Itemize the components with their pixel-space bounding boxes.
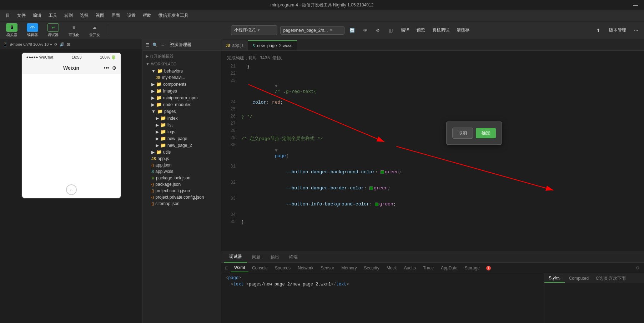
tree-folder-new-page[interactable]: ▶ 📁 new_page (143, 135, 221, 142)
debug-settings-icon[interactable]: ⚙ (633, 264, 643, 272)
clear-cache-button[interactable]: 清缓存 (454, 26, 472, 34)
audio-icon[interactable]: 🔊 (60, 42, 65, 47)
tree-folder-behaviors[interactable]: ▼ 📁 behaviors (143, 68, 221, 74)
tree-file-project-config[interactable]: {} project.config.json (143, 188, 221, 194)
mock-tab[interactable]: Mock (383, 264, 401, 272)
sources-tab[interactable]: Sources (271, 264, 294, 272)
tree-file-appjson[interactable]: {} app.json (143, 162, 221, 168)
appdata-tab[interactable]: AppData (437, 264, 461, 272)
folder-icon: 📁 (160, 122, 166, 128)
phone-home-button[interactable]: ⌂ (66, 184, 77, 195)
menu-item-home[interactable]: 目 (3, 12, 13, 19)
menu-item-select[interactable]: 选择 (77, 12, 91, 19)
trace-tab[interactable]: Trace (419, 264, 437, 272)
real-device-button[interactable]: 真机调试 (430, 26, 452, 34)
tree-file-package-lock[interactable]: ⊛ package-lock.json (143, 175, 221, 181)
tab-appjs[interactable]: JS app.js (221, 40, 248, 50)
debugger-button[interactable]: ⇄ 调试器 (44, 22, 62, 39)
tree-folder-miniprogram-npm[interactable]: ▶ 📁 miniprogram_npm (143, 94, 221, 101)
console-tab[interactable]: Console (248, 264, 271, 272)
rotate-icon[interactable]: ⟳ (54, 42, 57, 47)
code-text (241, 212, 244, 218)
tree-folder-utils[interactable]: ▶ 📁 utils (143, 149, 221, 155)
fold-icon-23[interactable]: ▼ (275, 84, 278, 89)
tab-new-page-2-wxss[interactable]: S new_page_2.wxss (248, 40, 297, 50)
compile-button[interactable]: 编译 (399, 26, 412, 34)
fold-icon-30[interactable]: ▼ (275, 148, 278, 153)
visual-button[interactable]: ⊞ 可视化 (65, 22, 83, 39)
open-editors-section[interactable]: ▶ 打开的编辑器 (143, 52, 221, 60)
more-options-icon[interactable]: ··· (161, 43, 164, 48)
pkg-file-icon: ⊛ (151, 176, 155, 180)
extra-tab[interactable]: C选项 喜欢下雨 (593, 274, 629, 283)
sensor-tab[interactable]: Sensor (317, 264, 338, 272)
tree-folder-node-modules[interactable]: ▶ 📁 node_modules (143, 101, 221, 108)
search-icon[interactable]: 🔍 (152, 43, 158, 48)
tree-folder-components[interactable]: ▶ 📁 components (143, 81, 221, 88)
tree-folder-index[interactable]: ▶ 📁 index (143, 115, 221, 121)
audits-tab[interactable]: Audits (400, 264, 419, 272)
path-dropdown[interactable]: pages/new_page_2/n... ▼ (280, 26, 344, 35)
phone-page-title: Weixin (63, 65, 79, 71)
simulator-button[interactable]: 📱 模拟器 (3, 22, 21, 39)
menu-item-interface[interactable]: 界面 (109, 12, 123, 19)
debug-tab-debugger[interactable]: 调试器 (224, 252, 247, 263)
menu-item-file[interactable]: 文件 (14, 12, 29, 19)
refresh-button[interactable]: 🔄 (347, 25, 357, 35)
tree-file-sitemap[interactable]: {} sitemap.json (143, 200, 221, 207)
tree-file-package-json[interactable]: {} package.json (143, 181, 221, 188)
security-tab[interactable]: Security (360, 264, 383, 272)
inspect-icon[interactable]: ⊡ (223, 264, 231, 272)
layers-button[interactable]: ◫ (386, 25, 396, 35)
storage-tab[interactable]: Storage (461, 264, 483, 272)
tree-file-appwxss[interactable]: S app.wxss (143, 168, 221, 175)
folder-label: node_modules (163, 102, 191, 107)
menu-item-view[interactable]: 视图 (93, 12, 107, 19)
menu-item-tools[interactable]: 工具 (46, 12, 60, 19)
workplace-section[interactable]: ▼ WORKPLACE (143, 60, 221, 68)
json-file-icon: {} (151, 202, 154, 206)
debug-tab-terminal[interactable]: 终端 (284, 252, 303, 262)
nav-more-icon[interactable]: ••• (104, 65, 109, 71)
line-number: 32 (224, 180, 236, 185)
device-selector[interactable]: 📱 (3, 42, 8, 47)
menu-item-wechat-tools[interactable]: 微信开发者工具 (156, 12, 191, 19)
tree-folder-new-page-2[interactable]: ▶ 📁 new_page_2 (143, 142, 221, 149)
tree-file-mybehavi[interactable]: JS my-behavi... (143, 74, 221, 81)
tree-file-project-private-config[interactable]: {} project.private.config.json (143, 194, 221, 200)
folder-label: new_page_2 (167, 143, 192, 148)
code-line-24: 24 color: red; (221, 100, 644, 107)
extra-icon[interactable]: ⊡ (67, 42, 70, 47)
menu-item-settings[interactable]: 设置 (124, 12, 139, 19)
version-manage-button[interactable]: 版本管理 (607, 26, 628, 34)
tree-file-appjs[interactable]: JS app.js (143, 155, 221, 162)
tree-folder-list[interactable]: ▶ 📁 list (143, 121, 221, 128)
debug-tab-issues[interactable]: 问题 (247, 252, 266, 262)
menu-item-goto[interactable]: 转到 (61, 12, 76, 19)
mode-dropdown[interactable]: 小程序模式 ▼ (231, 25, 277, 35)
close-button[interactable]: — (633, 2, 638, 8)
tree-folder-images[interactable]: ▶ 📁 images (143, 88, 221, 94)
more-button[interactable]: ⋯ (631, 25, 641, 35)
phone-nav-bar: Weixin ••• ⊙ (22, 61, 121, 74)
styles-tab-active[interactable]: Styles (544, 274, 565, 283)
preview-button[interactable]: 预览 (414, 26, 427, 34)
dialog-cancel-button[interactable]: 取消 (452, 128, 473, 139)
tree-folder-pages[interactable]: ▼ 📁 pages (143, 108, 221, 115)
debug-tab-output[interactable]: 输出 (266, 252, 284, 262)
tree-folder-logs[interactable]: ▶ 📁 logs (143, 128, 221, 135)
nav-close-icon[interactable]: ⊙ (112, 65, 116, 71)
wxml-tab[interactable]: Wxml (231, 264, 248, 272)
editor-button[interactable]: </> 编辑器 (24, 22, 41, 39)
dialog-confirm-button[interactable]: 确定 (476, 128, 496, 138)
menu-item-help[interactable]: 帮助 (140, 12, 154, 19)
memory-tab[interactable]: Memory (338, 264, 360, 272)
settings-icon-button[interactable]: ⚙ (373, 25, 383, 35)
cloud-button[interactable]: ☁ 云开发 (86, 22, 104, 39)
network-tab[interactable]: Network (294, 264, 317, 272)
upload-button[interactable]: ⬆ (593, 25, 604, 36)
computed-tab[interactable]: Computed (565, 274, 593, 282)
preview-eye-button[interactable]: 👁 (360, 25, 370, 35)
collapse-arrow: ▶ (151, 95, 155, 100)
menu-item-edit[interactable]: 编辑 (30, 12, 44, 19)
